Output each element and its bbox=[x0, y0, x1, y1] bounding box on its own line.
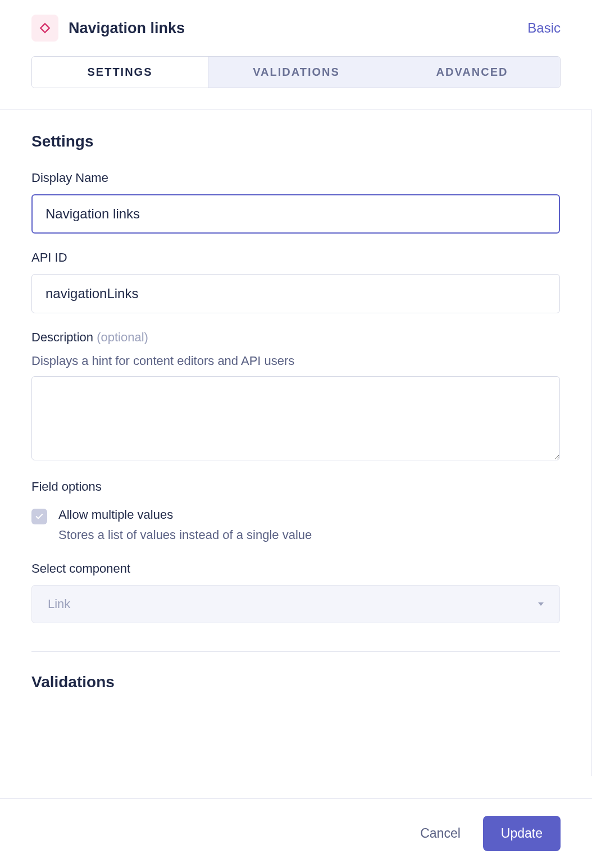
tab-settings[interactable]: SETTINGS bbox=[32, 57, 208, 88]
field-options-group: Field options Allow multiple values Stor… bbox=[31, 479, 560, 542]
settings-panel: Settings Display Name API ID Description… bbox=[0, 110, 592, 776]
api-id-group: API ID bbox=[31, 250, 560, 313]
cancel-button[interactable]: Cancel bbox=[420, 826, 461, 841]
field-type-label: Basic bbox=[527, 20, 561, 36]
allow-multiple-checkbox[interactable] bbox=[31, 509, 47, 524]
check-icon bbox=[35, 512, 44, 521]
field-type-icon-box bbox=[31, 15, 58, 42]
field-options-label: Field options bbox=[31, 479, 560, 494]
display-name-group: Display Name bbox=[31, 171, 560, 234]
dialog-footer: Cancel Update bbox=[0, 798, 592, 868]
diamond-icon bbox=[39, 22, 51, 34]
page-title: Navigation links bbox=[69, 20, 185, 37]
api-id-input[interactable] bbox=[31, 274, 560, 313]
select-component-label: Select component bbox=[31, 561, 560, 576]
tab-validations[interactable]: VALIDATIONS bbox=[208, 57, 384, 88]
select-component-dropdown[interactable]: Link bbox=[31, 585, 560, 623]
dialog-header: Navigation links Basic bbox=[0, 0, 592, 56]
allow-multiple-label: Allow multiple values bbox=[58, 508, 312, 522]
allow-multiple-hint: Stores a list of values instead of a sin… bbox=[58, 528, 312, 542]
description-label: Description (optional) bbox=[31, 330, 560, 345]
svg-rect-0 bbox=[40, 24, 49, 33]
settings-heading: Settings bbox=[31, 133, 560, 150]
update-button[interactable]: Update bbox=[483, 816, 561, 851]
api-id-label: API ID bbox=[31, 250, 560, 265]
validations-heading: Validations bbox=[31, 673, 560, 691]
tabs: SETTINGS VALIDATIONS ADVANCED bbox=[31, 56, 561, 88]
display-name-input[interactable] bbox=[31, 194, 560, 234]
description-group: Description (optional) Displays a hint f… bbox=[31, 330, 560, 463]
tab-advanced[interactable]: ADVANCED bbox=[384, 57, 560, 88]
description-hint: Displays a hint for content editors and … bbox=[31, 354, 560, 368]
display-name-label: Display Name bbox=[31, 171, 560, 185]
chevron-down-icon bbox=[538, 602, 544, 606]
allow-multiple-row: Allow multiple values Stores a list of v… bbox=[31, 508, 560, 542]
select-component-group: Select component Link bbox=[31, 561, 560, 623]
description-textarea[interactable] bbox=[31, 376, 560, 460]
select-component-value: Link bbox=[48, 597, 70, 611]
